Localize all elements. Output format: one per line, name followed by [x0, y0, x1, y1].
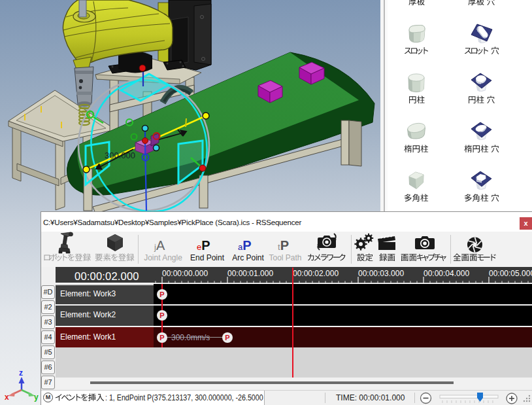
svg-text:300.000: 300.000	[105, 150, 135, 160]
svg-text:x: x	[5, 393, 9, 402]
svg-text:z: z	[19, 368, 23, 378]
svg-text:y: y	[34, 393, 39, 402]
